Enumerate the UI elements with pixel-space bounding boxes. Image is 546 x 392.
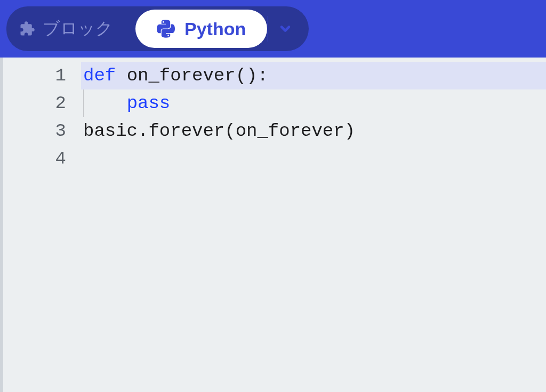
tab-blocks[interactable]: ブロック [6, 6, 132, 51]
code-editor[interactable]: 1234 def on_forever(): passbasic.forever… [0, 58, 546, 392]
tab-blocks-label: ブロック [43, 17, 113, 40]
tab-python-label: Python [184, 19, 246, 39]
line-number: 1 [3, 62, 81, 89]
tab-python[interactable]: Python [135, 10, 267, 48]
code-line[interactable]: pass [81, 89, 546, 117]
chevron-down-icon [278, 21, 293, 36]
puzzle-piece-icon [19, 21, 35, 37]
code-area[interactable]: def on_forever(): passbasic.forever(on_f… [81, 58, 546, 392]
python-icon [157, 20, 175, 38]
line-number: 2 [3, 89, 81, 117]
tab-python-wrap: Python [132, 6, 309, 51]
editor-mode-toolbar: ブロック Python [0, 0, 546, 58]
line-number: 4 [3, 145, 81, 173]
code-line[interactable] [81, 145, 546, 173]
line-number: 3 [3, 117, 81, 145]
code-line[interactable]: def on_forever(): [81, 62, 546, 89]
language-dropdown-button[interactable] [267, 10, 306, 48]
code-line[interactable]: basic.forever(on_forever) [81, 117, 546, 145]
line-number-gutter: 1234 [0, 58, 81, 392]
